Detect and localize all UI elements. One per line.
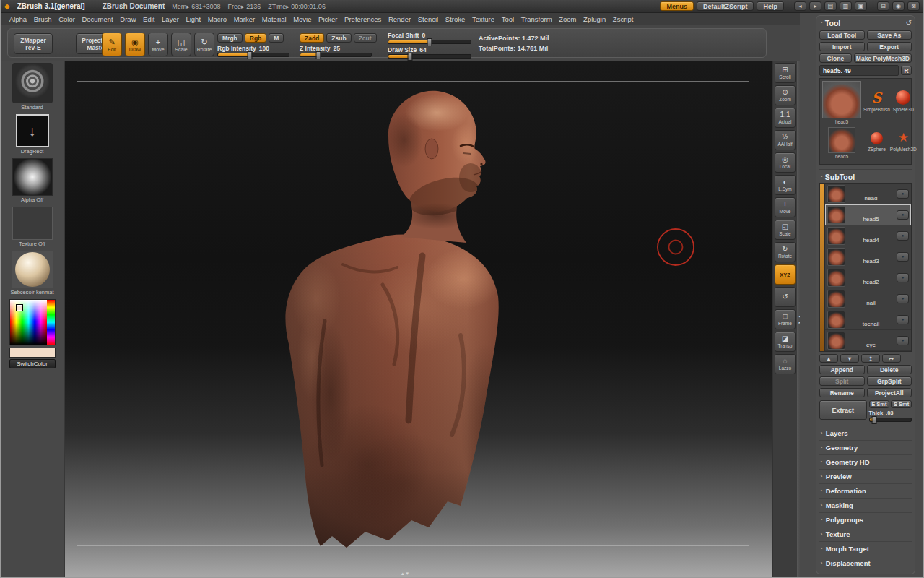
color-gradient[interactable]	[10, 300, 47, 345]
shelf-button[interactable]: ◎ Local	[775, 152, 796, 173]
refresh-icon[interactable]: ↺	[906, 20, 912, 27]
subtool-move-down-icon[interactable]: ▼	[840, 354, 859, 363]
zmapper-button[interactable]: ZMapper rev-E	[14, 33, 53, 54]
palette-header[interactable]: ◔ Geometry	[819, 440, 912, 454]
subtool-action-button[interactable]: GrpSplit	[867, 376, 912, 386]
subtool-action-button[interactable]: Split	[819, 376, 865, 386]
palette-header[interactable]: ◔ Layers	[819, 426, 912, 440]
menu-item[interactable]: Marker	[230, 15, 258, 23]
menu-item[interactable]: Movie	[289, 15, 315, 23]
scroll-up-icon[interactable]: ▴	[401, 571, 404, 576]
color-mode-button[interactable]: M	[269, 33, 284, 43]
canvas-scroll-arrows[interactable]: ▴ ▾	[401, 571, 409, 576]
palette-header[interactable]: ◔ Geometry HD	[819, 454, 912, 469]
eye-icon[interactable]: ●	[897, 252, 909, 262]
shelf-button[interactable]: XYZ	[775, 264, 796, 285]
subtool-item[interactable]: eye ●	[825, 330, 911, 351]
color-mode-button[interactable]: Rgb	[245, 33, 267, 43]
help-button[interactable]: Help	[757, 1, 784, 11]
scroll-down-icon[interactable]: ▾	[406, 571, 409, 576]
palette-header[interactable]: ◔ Preview	[819, 469, 912, 483]
subtool-shift-icon[interactable]: ↦	[882, 354, 901, 363]
brush-selector[interactable]: Standard	[12, 63, 53, 111]
clone-button[interactable]: Clone	[819, 53, 852, 63]
shelf-button[interactable]: ◱ Scale	[775, 220, 796, 240]
menus-button[interactable]: Menus	[660, 1, 694, 11]
recent-tool-thumbnail[interactable]	[828, 127, 855, 153]
subtool-move-top-icon[interactable]: ↥	[861, 354, 880, 363]
menu-item[interactable]: Tool	[498, 15, 518, 23]
mode-button[interactable]: + Move	[148, 33, 168, 56]
active-tool-thumbnail[interactable]	[822, 81, 861, 118]
menu-item[interactable]: Transform	[518, 15, 556, 23]
eye-icon[interactable]: ●	[897, 273, 909, 282]
menu-item[interactable]: Document	[79, 15, 117, 23]
shelf-button[interactable]: ◐ L.Sym	[775, 175, 796, 195]
menu-item[interactable]: Draw	[117, 15, 140, 23]
stroke-selector[interactable]: ↓ DragRect	[16, 114, 49, 155]
menu-item[interactable]: Zoom	[555, 15, 580, 23]
subtool-item[interactable]: toenail ●	[825, 309, 911, 330]
menu-item[interactable]: Picker	[315, 15, 341, 23]
shelf-button[interactable]: ◌ Lazzo	[775, 354, 796, 374]
s-smt-button[interactable]: S Smt	[891, 400, 912, 408]
eye-icon[interactable]: ●	[897, 294, 909, 303]
document-canvas[interactable]: ▴ ▾	[65, 61, 772, 578]
default-zscript-button[interactable]: DefaultZScript	[697, 1, 754, 11]
sculpt-mode-button[interactable]: Zsub	[326, 33, 351, 43]
subtool-item[interactable]: head4 ●	[825, 225, 911, 246]
rgb-intensity-slider[interactable]: Rgb Intensity100	[217, 45, 289, 57]
palette-header[interactable]: ◔ Texture	[819, 527, 912, 541]
texture-thumbnail[interactable]	[12, 207, 53, 240]
menu-item[interactable]: Render	[385, 15, 414, 23]
lock-icon[interactable]: ▣	[855, 1, 867, 11]
tray-scroll-left-icon[interactable]: ◂	[794, 1, 806, 11]
color-mode-button[interactable]: Mrgb	[217, 33, 243, 43]
eye-icon[interactable]: ●	[897, 189, 909, 199]
sculpt-mode-button[interactable]: Zcut	[354, 33, 377, 43]
slider-knob[interactable]	[315, 51, 321, 59]
material-selector[interactable]: Sebcesoir kenmat	[10, 251, 53, 296]
menu-item[interactable]: Preferences	[341, 15, 385, 23]
tool-sphere3d[interactable]: Sphere3D	[890, 81, 917, 121]
alpha-thumbnail[interactable]	[12, 158, 53, 196]
shelf-button[interactable]: □ Frame	[775, 309, 796, 329]
subtool-header[interactable]: ◔ SubTool	[819, 169, 912, 181]
subtool-action-button[interactable]: Append	[819, 365, 865, 374]
mode-button[interactable]: ◱ Scale	[171, 33, 191, 56]
slider-knob[interactable]	[407, 53, 412, 61]
eye-icon[interactable]: ●	[897, 231, 909, 241]
menu-item[interactable]: Zplugin	[580, 15, 609, 23]
shelf-button[interactable]: ½ AAHalf	[775, 130, 796, 150]
shelf-button[interactable]: 1:1 Actual	[775, 108, 796, 128]
layout-panel-alt-icon[interactable]: ▥	[840, 1, 852, 11]
shelf-button[interactable]: ⊕ Zoom	[775, 85, 796, 105]
subtool-item[interactable]: head5 ●	[825, 204, 911, 225]
slider-knob[interactable]	[872, 416, 877, 424]
palette-header[interactable]: ◔ Displacement	[819, 556, 912, 570]
menu-item[interactable]: Material	[258, 15, 289, 23]
e-smt-button[interactable]: E Smt	[869, 400, 890, 408]
tool-polymesh3d[interactable]: ★ PolyMesh3D	[890, 121, 917, 162]
palette-header[interactable]: ◔ Masking	[819, 498, 912, 512]
brush-thumbnail[interactable]	[12, 63, 53, 103]
layout-panel-icon[interactable]: ▤	[824, 1, 837, 11]
z-intensity-slider[interactable]: Z Intensity25	[300, 45, 372, 57]
menu-item[interactable]: Macro	[204, 15, 230, 23]
thick-slider[interactable]: Thick.03	[869, 410, 912, 422]
tray-scroll-right-icon[interactable]: ▸	[809, 1, 821, 11]
shelf-button[interactable]: ⊞ Scroll	[775, 63, 796, 83]
menu-item[interactable]: Alpha	[6, 15, 30, 23]
extract-button[interactable]: Extract	[819, 400, 867, 420]
subtool-move-up-icon[interactable]: ▲	[819, 354, 838, 363]
menu-item[interactable]: Zscript	[609, 15, 637, 23]
color-picker[interactable]: SwitchColor	[9, 299, 56, 368]
slider-knob[interactable]	[427, 38, 432, 46]
slider-knob[interactable]	[248, 51, 253, 59]
subtool-action-button[interactable]: Rename	[819, 388, 865, 397]
menu-item[interactable]: Edit	[139, 15, 158, 23]
texture-selector[interactable]: Texture Off	[12, 207, 53, 247]
subtool-scrollbar[interactable]	[820, 184, 825, 351]
switch-color-button[interactable]: SwitchColor	[9, 359, 56, 368]
focal-shift-slider[interactable]: Focal Shift0	[388, 32, 471, 44]
